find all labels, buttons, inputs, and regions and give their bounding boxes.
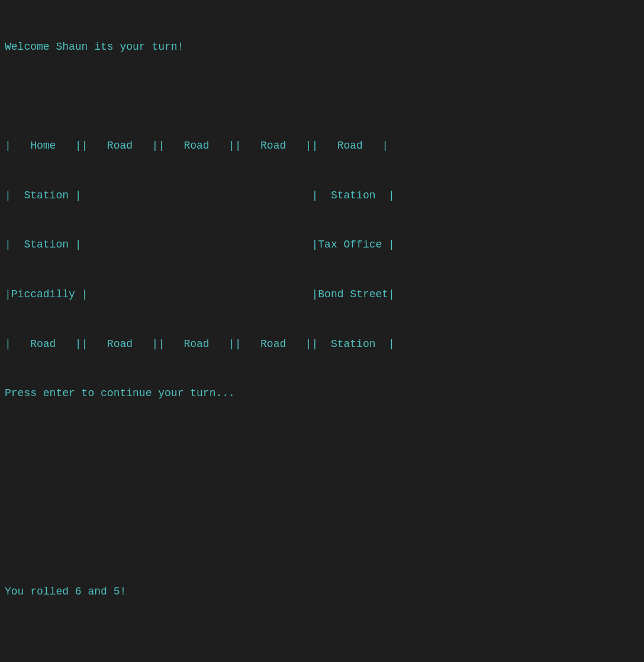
blank-line-1 — [5, 88, 639, 105]
blank-line-4 — [5, 535, 639, 551]
board-row-2: | Station | | Station | — [5, 188, 639, 204]
blank-line-3 — [5, 485, 639, 502]
board-row-top: | Home || Road || Road || Road || Road | — [5, 138, 639, 155]
welcome-message: Welcome Shaun its your turn! — [5, 39, 639, 56]
board-row-bottom: | Road || Road || Road || Road || Statio… — [5, 336, 639, 353]
board-row-3: | Station | |Tax Office | — [5, 237, 639, 253]
press-enter-message: Press enter to continue your turn... — [5, 385, 639, 402]
board-row-4: |Piccadilly | |Bond Street| — [5, 287, 639, 303]
blank-line-2 — [5, 435, 639, 452]
terminal-output: Welcome Shaun its your turn! | Home || R… — [5, 6, 639, 662]
blank-line-5 — [5, 634, 639, 650]
roll-message: You rolled 6 and 5! — [5, 584, 639, 600]
